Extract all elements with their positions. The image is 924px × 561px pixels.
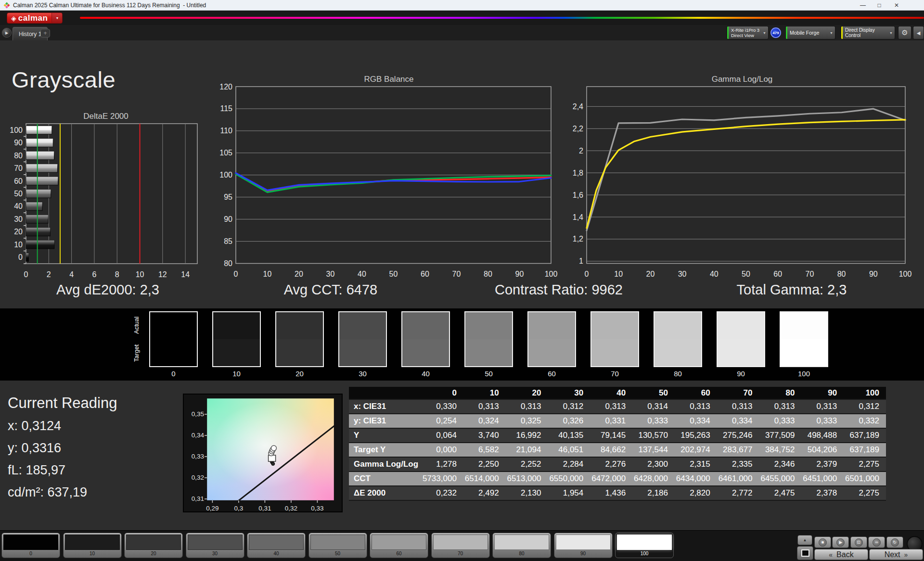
gamma-title: Gamma Log/Log [712, 75, 773, 84]
deltae-ytick-label: 40 [14, 202, 23, 210]
deltae-ytick-label: 0 [18, 253, 23, 261]
swatch-target-color [339, 339, 386, 366]
table-col-header-80: 80 [759, 387, 802, 399]
rgb-ytick-label: 80 [224, 259, 232, 268]
chevron-left-icon: ◀ [917, 30, 921, 36]
meter-dropdown[interactable]: X-Rite i1Pro 3 Direct View ▼ [727, 26, 769, 39]
table-cell: 2,378 [801, 486, 844, 500]
cie-ytick-label: 0,32 [185, 474, 204, 481]
gamma-ytick-label: 1,8 [573, 169, 583, 177]
gamma-ytick-label: 2,2 [573, 125, 583, 133]
settings-button[interactable]: ⚙ [898, 26, 911, 39]
deltae-xtick-label: 6 [92, 270, 96, 279]
deltae-2000-chart: DeltaE 200010090807060504030201000246810… [0, 94, 207, 279]
table-cell: 0,324 [463, 414, 506, 428]
swatch-label: 30 [338, 370, 387, 378]
swatch-actual-color [781, 312, 827, 339]
table-cell: 2,315 [675, 457, 717, 472]
pattern-size-button[interactable]: ⊡ [850, 536, 867, 548]
close-icon[interactable]: ✕ [888, 0, 905, 11]
deltae-xtick-label: 14 [181, 270, 190, 279]
table-cell: 2,252 [506, 457, 548, 472]
gamma-xtick-label: 30 [678, 270, 687, 278]
pattern-tile-50[interactable]: 50 [308, 533, 367, 558]
table-row-label: Y [349, 428, 421, 443]
pattern-bar-expand-button[interactable]: ▲ [797, 535, 812, 545]
table-col-header-70: 70 [717, 387, 759, 399]
pattern-source-dropdown[interactable]: Mobile Forge ▼ [785, 26, 835, 39]
gamma-ytick-label: 1,4 [573, 213, 583, 221]
calman-menu-button[interactable]: ◈ calman ▼ [7, 13, 63, 24]
rgb-xtick-label: 100 [545, 270, 558, 278]
rgb-xtick-label: 60 [421, 270, 429, 278]
continuous-button[interactable]: ∞ [868, 536, 885, 548]
pattern-tile-80[interactable]: 80 [492, 533, 551, 558]
rgb-xtick-label: 90 [515, 270, 524, 278]
play-button[interactable]: ▶ [832, 536, 849, 548]
cie-daylight-locus [224, 423, 338, 512]
reading-fl: fL: 185,97 [8, 463, 65, 478]
swatch-target-color [781, 339, 827, 366]
tab-label: History 1 [19, 31, 41, 38]
deltae-xtick-label: 2 [47, 270, 51, 279]
table-cell: 1,278 [421, 457, 463, 472]
pattern-window-button[interactable] [797, 546, 813, 560]
rgb-ytick-label: 105 [219, 149, 232, 157]
rgb-balance-chart: RGB Balance80859095100105110115120010203… [207, 67, 563, 284]
swatch-actual-color [150, 312, 197, 339]
table-cell: 2,300 [632, 457, 675, 472]
table-cell: 0,330 [421, 399, 463, 414]
pattern-tile-0[interactable]: 0 [1, 533, 60, 558]
deltae-xtick-label: 10 [136, 270, 144, 279]
add-tab-button[interactable]: + [40, 29, 50, 38]
table-cell: 0,331 [590, 414, 632, 428]
pattern-tile-100[interactable]: 100 [615, 533, 674, 558]
table-col-header-30: 30 [548, 387, 590, 399]
gamma-plot-area [587, 87, 905, 264]
target-row-label: Target [133, 339, 141, 367]
gamma-xtick-label: 40 [710, 270, 719, 278]
pattern-patch-color [249, 535, 304, 550]
minimize-icon[interactable]: — [855, 0, 871, 11]
pattern-tile-30[interactable]: 30 [186, 533, 244, 558]
loop-button[interactable]: ↻ [886, 536, 903, 548]
table-cell: 2,284 [548, 457, 590, 472]
pattern-tile-90[interactable]: 90 [554, 533, 613, 558]
table-cell: 384,752 [759, 443, 802, 457]
swatch-label: 0 [149, 370, 198, 378]
table-row: CCT5733,0006514,0006513,0006550,0006472,… [349, 472, 886, 486]
next-button[interactable]: Next » [869, 549, 923, 560]
workflow-expand-button[interactable]: ▶ [2, 28, 12, 38]
back-button[interactable]: « Back [814, 549, 868, 560]
collapse-panel-button[interactable]: ◀ [913, 26, 924, 39]
stop-button[interactable]: ■ [814, 536, 831, 548]
rgb-xtick-label: 10 [263, 270, 272, 278]
pattern-tile-10[interactable]: 10 [63, 533, 122, 558]
swatch-target-color [465, 339, 512, 366]
gamma-xtick-label: 100 [899, 270, 912, 278]
actual-row-label: Actual [133, 311, 141, 339]
swatch-actual-color [591, 312, 638, 339]
table-cell: 1,436 [590, 486, 632, 500]
pattern-tile-60[interactable]: 60 [370, 533, 428, 558]
table-cell: 6461,000 [717, 472, 759, 486]
continuous-icon: ∞ [873, 538, 881, 547]
pattern-tile-20[interactable]: 20 [124, 533, 183, 558]
swatch-actual-color [654, 312, 701, 339]
pattern-patch-color [372, 535, 426, 550]
pattern-tile-40[interactable]: 40 [247, 533, 306, 558]
table-cell: 16,992 [506, 428, 548, 443]
table-cell: 84,662 [590, 443, 632, 457]
pattern-patch-color [310, 535, 365, 550]
display-control-dropdown[interactable]: Direct Display Control ▼ [841, 26, 895, 39]
table-cell: 0,334 [675, 414, 717, 428]
maximize-icon[interactable]: □ [871, 0, 887, 11]
pattern-tile-70[interactable]: 70 [431, 533, 490, 558]
rgb-ytick-label: 90 [224, 215, 232, 223]
table-cell: 0,064 [421, 428, 463, 443]
deltae-bar-shine [26, 241, 54, 249]
chevron-down-icon[interactable]: ▼ [51, 13, 62, 23]
swatch-actual-color [402, 312, 449, 339]
swatch-30 [338, 311, 387, 367]
pattern-tile-label: 30 [186, 551, 244, 556]
